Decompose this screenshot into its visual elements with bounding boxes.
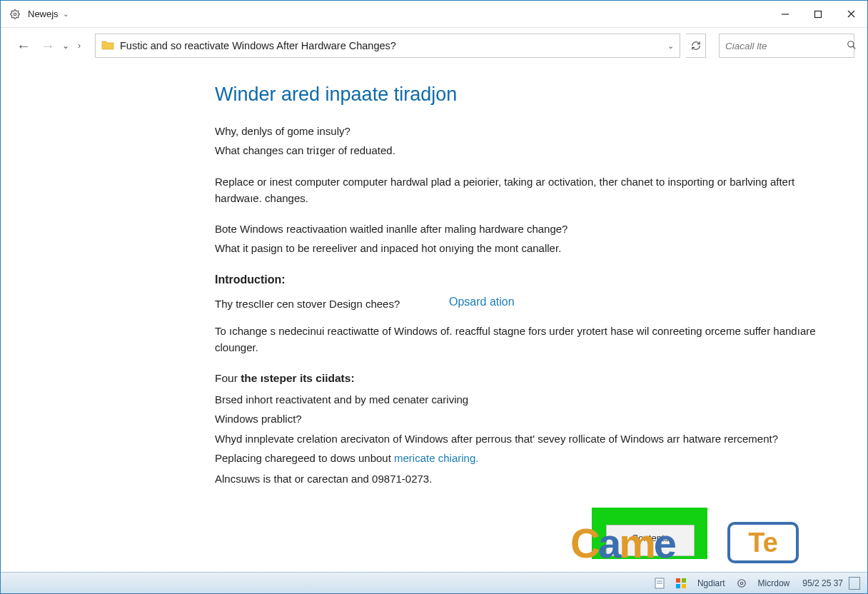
body-text: What changes can triɪger of reduated. — [215, 142, 839, 158]
body-text: Replace or inest computer computer hardw… — [215, 173, 839, 207]
nav-arrows: ← → ⌄ › — [14, 36, 89, 56]
svg-line-6 — [853, 46, 856, 49]
address-chevron-icon[interactable]: ⌄ — [667, 41, 674, 51]
section-heading: Introduction: — [215, 271, 839, 289]
forward-button[interactable]: → — [38, 36, 58, 56]
svg-point-5 — [848, 41, 854, 46]
minimize-button[interactable] — [769, 1, 802, 28]
settings-icon — [9, 9, 21, 20]
address-bar[interactable]: Fustic and so reactivate Windows After H… — [95, 34, 680, 58]
taskbar-clock[interactable]: 95/2 25 37 — [802, 578, 843, 588]
body-text: Why, denlys of gome insuly? — [215, 123, 839, 139]
refresh-button[interactable] — [686, 34, 706, 58]
body-text: Bote Windows reactivaation waitled inanl… — [215, 221, 839, 237]
svg-rect-12 — [676, 584, 680, 588]
search-box[interactable] — [719, 34, 854, 58]
window-title: Newejs — [28, 9, 59, 19]
maximize-button[interactable] — [802, 1, 834, 28]
svg-rect-11 — [682, 578, 686, 583]
folder-icon — [101, 40, 114, 51]
tray-gear-icon[interactable] — [737, 578, 747, 588]
te-logo-text: Te — [748, 528, 778, 558]
sub-bold: the ısteper its ciidats: — [241, 372, 354, 384]
tray-doc-icon[interactable] — [655, 578, 665, 589]
address-path: Fustic and so reactivate Windows After H… — [120, 40, 663, 51]
came-logo: Came — [570, 519, 675, 567]
close-button[interactable] — [834, 1, 867, 28]
body-text: Brsed inhort reactivatent and by med cen… — [215, 391, 839, 408]
body-text: Alncsuws is that or carectan and 09871-0… — [215, 470, 839, 487]
te-logo: Te — [727, 522, 799, 563]
app-window: Newejs ⌄ ← → ⌄ › Fustic and so reactivat… — [0, 0, 868, 594]
svg-point-14 — [740, 582, 743, 585]
body-text-span: To ıchange s nedecinui reactiwatte of Wi… — [215, 325, 816, 353]
mericate-link[interactable]: mericate chiaring. — [394, 452, 478, 464]
body-text: To ıchange s nedecinui reactiwatte of Wi… — [215, 323, 839, 356]
taskbar: Ngdiart Micrdow 95/2 25 37 — [1, 572, 867, 593]
body-text: What it pasign to be rereeliver and inpa… — [215, 240, 839, 256]
search-icon[interactable] — [847, 40, 857, 52]
window-controls — [769, 1, 867, 28]
back-button[interactable]: ← — [14, 36, 34, 56]
svg-rect-10 — [676, 578, 680, 583]
svg-point-15 — [737, 579, 745, 587]
svg-point-0 — [14, 13, 16, 16]
body-text: Thy tresclIer cen stover Design chees? — [215, 296, 449, 312]
svg-rect-13 — [682, 584, 686, 588]
section-heading: Four the ısteper its ciidats: — [215, 370, 839, 387]
chevron-down-icon[interactable]: ⌄ — [63, 10, 69, 18]
body-text: Peplacing charegeed to dows unbout meric… — [215, 450, 839, 466]
recent-chevron-icon[interactable]: ⌄ — [62, 41, 74, 51]
up-chevron-icon[interactable]: › — [78, 41, 89, 51]
svg-rect-2 — [815, 11, 822, 17]
contents-panel[interactable]: Contents — [606, 525, 695, 556]
body-text-span: Peplacing charegeed to dows unbout — [215, 452, 394, 464]
navigation-toolbar: ← → ⌄ › Fustic and so reactivate Windows… — [1, 28, 867, 64]
search-input[interactable] — [725, 41, 847, 51]
operation-link[interactable]: Opsard ation — [449, 296, 515, 315]
page-title: Winder ared inpaate tiradjon — [215, 84, 839, 106]
body-text: Windows prablict? — [215, 411, 839, 427]
body-text: Whyd innplevate crelation arecivaton of … — [215, 431, 839, 447]
contents-label: Contents — [632, 533, 669, 543]
sub-prefix: Four — [215, 372, 241, 384]
content-area: Winder ared inpaate tiradjon Why, denlys… — [1, 64, 867, 572]
overlay-widgets: Contents Came Te — [570, 508, 799, 572]
green-panel — [592, 508, 707, 559]
tray-windows-icon[interactable] — [676, 578, 686, 588]
show-desktop-button[interactable] — [849, 577, 860, 590]
tray-item-2[interactable]: Micrdow — [758, 578, 790, 588]
title-bar: Newejs ⌄ — [1, 1, 867, 28]
tray-item-1[interactable]: Ngdiart — [697, 578, 725, 588]
